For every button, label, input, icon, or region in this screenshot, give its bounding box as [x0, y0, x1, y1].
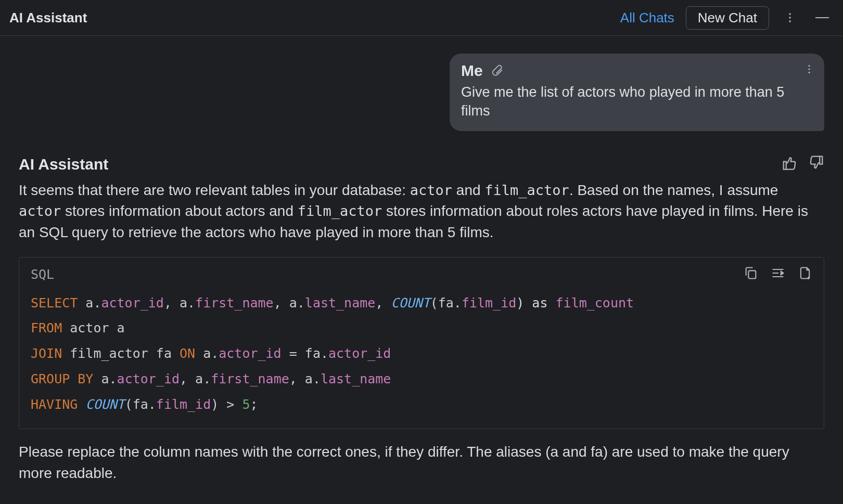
app-header: AI Assistant All Chats New Chat [0, 0, 843, 36]
chat-body: Me Give me the list of actors who played… [0, 36, 843, 484]
assistant-intro-text: It seems that there are two relevant tab… [19, 180, 824, 243]
svg-point-5 [808, 72, 810, 73]
minimize-icon[interactable] [811, 6, 834, 29]
assistant-footnote-text: Please replace the column names with the… [19, 442, 824, 484]
insert-code-icon[interactable] [771, 266, 785, 283]
assistant-author-label: AI Assistant [19, 156, 108, 173]
new-file-code-icon[interactable] [798, 266, 812, 283]
attachment-icon[interactable] [490, 63, 504, 80]
svg-point-1 [789, 17, 791, 19]
sql-code-content: SELECT a.actor_id, a.first_name, a.last_… [31, 291, 812, 418]
thumbs-down-icon[interactable] [809, 155, 824, 174]
svg-point-0 [789, 13, 791, 15]
sql-code-block: SQL SELECT a.actor_id, a.first_name, a.l… [19, 257, 824, 430]
more-options-icon[interactable] [778, 6, 801, 29]
svg-point-3 [808, 65, 810, 67]
app-title: AI Assistant [9, 10, 87, 26]
code-language-label: SQL [31, 267, 54, 282]
user-message-row: Me Give me the list of actors who played… [19, 54, 824, 131]
all-chats-link[interactable]: All Chats [620, 10, 674, 26]
user-message-bubble: Me Give me the list of actors who played… [450, 54, 824, 131]
svg-rect-6 [748, 270, 756, 278]
user-message-text: Give me the list of actors who played in… [461, 83, 813, 121]
assistant-header: AI Assistant [19, 155, 824, 174]
svg-point-4 [808, 68, 810, 70]
user-message-more-icon[interactable] [803, 63, 815, 78]
thumbs-up-icon[interactable] [782, 155, 797, 174]
new-chat-button[interactable]: New Chat [686, 6, 769, 30]
user-author-label: Me [461, 62, 483, 80]
copy-code-icon[interactable] [744, 266, 758, 283]
svg-point-2 [789, 20, 791, 22]
